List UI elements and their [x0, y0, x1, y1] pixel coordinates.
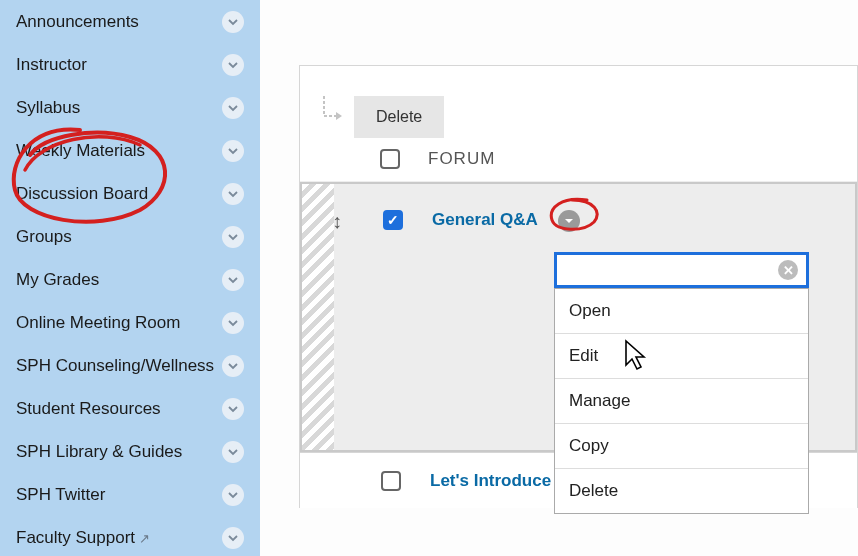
sidebar-item-student-resources[interactable]: Student Resources	[0, 387, 260, 430]
chevron-down-icon[interactable]	[222, 183, 244, 205]
sidebar-item-sph-twitter[interactable]: SPH Twitter	[0, 473, 260, 516]
toolbar: Delete	[300, 66, 857, 136]
discussion-board-panel: Delete FORUM ↕ General Q&A	[299, 65, 858, 508]
sidebar-item-label: My Grades	[16, 270, 99, 290]
chevron-down-icon[interactable]	[222, 484, 244, 506]
sidebar-item-label: Syllabus	[16, 98, 80, 118]
chevron-down-icon[interactable]	[222, 527, 244, 549]
close-icon[interactable]: ✕	[778, 260, 798, 280]
sidebar-item-label: Student Resources	[16, 399, 161, 419]
sidebar-item-label: Faculty Support↗	[16, 528, 150, 548]
forum-checkbox[interactable]	[383, 210, 403, 230]
menu-item-manage[interactable]: Manage	[555, 379, 808, 424]
course-sidebar: Announcements Instructor Syllabus Weekly…	[0, 0, 260, 556]
chevron-down-icon[interactable]	[222, 11, 244, 33]
column-header-forum: FORUM	[428, 149, 495, 169]
sidebar-item-instructor[interactable]: Instructor	[0, 43, 260, 86]
chevron-down-icon[interactable]	[222, 97, 244, 119]
sidebar-item-discussion-board[interactable]: Discussion Board	[0, 172, 260, 215]
selection-arrow-icon	[318, 94, 346, 124]
sidebar-item-label: Announcements	[16, 12, 139, 32]
chevron-down-icon[interactable]	[222, 355, 244, 377]
context-menu-list: Open Edit Manage Copy Delete	[554, 288, 809, 514]
sidebar-item-label: Discussion Board	[16, 184, 148, 204]
drag-handle-icon[interactable]: ↕	[332, 210, 342, 233]
delete-button[interactable]: Delete	[354, 96, 444, 138]
sidebar-item-faculty-support[interactable]: Faculty Support↗	[0, 516, 260, 556]
forum-title-link[interactable]: Let's Introduce	[430, 471, 551, 491]
sidebar-item-label: Instructor	[16, 55, 87, 75]
sidebar-item-label: SPH Library & Guides	[16, 442, 182, 462]
forum-title-link[interactable]: General Q&A	[432, 210, 538, 230]
sidebar-item-sph-library-guides[interactable]: SPH Library & Guides	[0, 430, 260, 473]
menu-item-edit[interactable]: Edit	[555, 334, 808, 379]
sidebar-item-label: SPH Twitter	[16, 485, 105, 505]
sidebar-item-sph-counseling-wellness[interactable]: SPH Counseling/Wellness	[0, 344, 260, 387]
chevron-down-icon[interactable]	[222, 269, 244, 291]
sidebar-item-weekly-materials[interactable]: Weekly Materials	[0, 129, 260, 172]
drag-stripes	[302, 184, 334, 450]
menu-item-delete[interactable]: Delete	[555, 469, 808, 513]
sidebar-item-syllabus[interactable]: Syllabus	[0, 86, 260, 129]
chevron-down-icon[interactable]	[222, 140, 244, 162]
forum-table-header: FORUM	[300, 136, 857, 182]
forum-checkbox[interactable]	[381, 471, 401, 491]
chevron-down-icon[interactable]	[222, 398, 244, 420]
sidebar-item-label: Online Meeting Room	[16, 313, 180, 333]
chevron-down-icon[interactable]	[222, 441, 244, 463]
forum-context-menu: ✕ Open Edit Manage Copy Delete	[554, 252, 809, 514]
select-all-checkbox[interactable]	[380, 149, 400, 169]
chevron-down-icon[interactable]	[222, 54, 244, 76]
sidebar-item-label: Weekly Materials	[16, 141, 145, 161]
context-menu-search[interactable]: ✕	[554, 252, 809, 288]
sidebar-item-label: Groups	[16, 227, 72, 247]
main-content: Delete FORUM ↕ General Q&A	[260, 0, 858, 556]
menu-item-copy[interactable]: Copy	[555, 424, 808, 469]
chevron-down-icon[interactable]	[222, 226, 244, 248]
menu-item-open[interactable]: Open	[555, 289, 808, 334]
chevron-down-icon[interactable]	[222, 312, 244, 334]
sidebar-item-groups[interactable]: Groups	[0, 215, 260, 258]
external-link-icon: ↗	[139, 531, 150, 546]
sidebar-item-announcements[interactable]: Announcements	[0, 0, 260, 43]
sidebar-item-online-meeting-room[interactable]: Online Meeting Room	[0, 301, 260, 344]
sidebar-item-my-grades[interactable]: My Grades	[0, 258, 260, 301]
forum-row-general-qa: ↕ General Q&A ✕ Open Edit	[300, 182, 857, 452]
sidebar-item-label: SPH Counseling/Wellness	[16, 356, 214, 376]
forum-options-chevron-icon[interactable]	[558, 210, 580, 232]
